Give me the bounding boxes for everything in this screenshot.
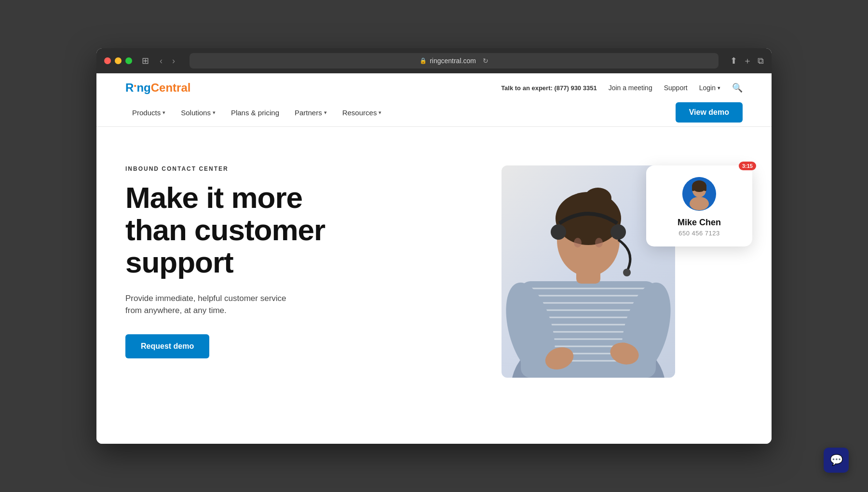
tabs-icon[interactable]: ⧉: [758, 56, 764, 66]
expert-phone[interactable]: (877) 930 3351: [554, 84, 597, 92]
products-chevron-icon: ▾: [163, 109, 165, 116]
nav-partners-label: Partners: [295, 109, 322, 117]
svg-point-25: [623, 269, 631, 276]
new-tab-icon[interactable]: ＋: [743, 55, 752, 67]
header-top-bar: R●ngCentral Talk to an expert: (877) 930…: [125, 73, 743, 100]
svg-rect-30: [692, 186, 694, 191]
nav-resources-label: Resources: [342, 109, 377, 117]
nav-items: Products ▾ Solutions ▾ Plans & pricing P…: [125, 104, 388, 122]
nav-item-solutions[interactable]: Solutions ▾: [174, 104, 222, 122]
login-dropdown[interactable]: Login ▾: [699, 84, 720, 92]
nav-bar: Products ▾ Solutions ▾ Plans & pricing P…: [125, 100, 743, 126]
hero-title-line3: support: [125, 246, 233, 279]
logo-ring: R: [125, 81, 134, 94]
svg-rect-31: [704, 186, 706, 191]
svg-point-22: [595, 238, 603, 247]
join-meeting-link[interactable]: Join a meeting: [609, 84, 652, 92]
caller-avatar: [682, 177, 716, 211]
svg-point-21: [574, 238, 582, 247]
hero-section: INBOUND CONTACT CENTER Make it more than…: [96, 127, 772, 397]
support-link[interactable]: Support: [664, 84, 688, 92]
expert-label: Talk to an expert:: [501, 84, 553, 92]
svg-point-24: [610, 224, 626, 240]
fullscreen-button[interactable]: [125, 57, 132, 64]
nav-item-products[interactable]: Products ▾: [125, 104, 172, 122]
svg-point-23: [551, 224, 566, 240]
lock-icon: 🔒: [420, 57, 427, 64]
reload-icon[interactable]: ↻: [483, 57, 488, 65]
chat-icon: 💬: [830, 454, 843, 466]
hero-title-line2: than customer: [125, 213, 325, 246]
svg-point-28: [690, 197, 709, 210]
browser-window: ⊞ ‹ › 🔒 ringcentral.com ↻ ⬆ ＋ ⧉ R●: [96, 48, 772, 444]
website-content: R●ngCentral Talk to an expert: (877) 930…: [96, 73, 772, 444]
header-right: Talk to an expert: (877) 930 3351 Join a…: [501, 82, 743, 93]
logo-central: Central: [151, 81, 191, 94]
caller-name: Mike Chen: [678, 218, 721, 228]
hero-subtitle-line2: from anywhere, at any time.: [125, 306, 227, 315]
browser-nav: ‹ ›: [157, 54, 178, 68]
chat-support-button[interactable]: 💬: [824, 448, 849, 473]
call-card: 3:15: [646, 165, 752, 246]
solutions-chevron-icon: ▾: [213, 109, 216, 116]
resources-chevron-icon: ▾: [379, 109, 381, 116]
logo-text: R●ngCentral: [125, 81, 190, 95]
logo[interactable]: R●ngCentral: [125, 81, 190, 95]
search-icon[interactable]: 🔍: [732, 82, 743, 93]
close-button[interactable]: [104, 57, 111, 64]
nav-plans-label: Plans & pricing: [231, 109, 279, 117]
hero-title: Make it more than customer support: [125, 182, 434, 279]
browser-actions: ⬆ ＋ ⧉: [730, 55, 764, 67]
site-header: R●ngCentral Talk to an expert: (877) 930…: [96, 73, 772, 127]
hero-content: INBOUND CONTACT CENTER Make it more than…: [125, 156, 434, 378]
svg-point-20: [584, 188, 611, 209]
partners-chevron-icon: ▾: [324, 109, 327, 116]
hero-subtitle-line1: Provide immediate, helpful customer serv…: [125, 294, 286, 303]
hero-eyebrow: INBOUND CONTACT CENTER: [125, 165, 434, 172]
caller-phone: 650 456 7123: [678, 230, 720, 237]
nav-solutions-label: Solutions: [181, 109, 211, 117]
share-icon[interactable]: ⬆: [730, 55, 737, 66]
login-chevron-icon: ▾: [718, 85, 720, 91]
traffic-lights: [104, 57, 132, 64]
nav-item-resources[interactable]: Resources ▾: [336, 104, 389, 122]
nav-item-plans[interactable]: Plans & pricing: [224, 104, 286, 122]
address-bar[interactable]: 🔒 ringcentral.com ↻: [190, 53, 719, 68]
view-demo-button[interactable]: View demo: [676, 102, 743, 123]
login-label: Login: [699, 84, 716, 92]
hero-title-line1: Make it more: [125, 181, 302, 214]
back-button[interactable]: ‹: [157, 54, 165, 68]
forward-button[interactable]: ›: [169, 54, 178, 68]
minimize-button[interactable]: [115, 57, 122, 64]
call-timer-badge: 3:15: [739, 162, 756, 170]
sidebar-toggle-icon[interactable]: ⊞: [142, 55, 149, 66]
browser-titlebar: ⊞ ‹ › 🔒 ringcentral.com ↻ ⬆ ＋ ⧉: [96, 48, 772, 73]
request-demo-button[interactable]: Request demo: [125, 334, 209, 358]
logo-ring2: ng: [136, 81, 150, 94]
expert-contact: Talk to an expert: (877) 930 3351: [501, 84, 597, 92]
avatar-illustration: [682, 177, 716, 211]
hero-subtitle: Provide immediate, helpful customer serv…: [125, 292, 347, 317]
nav-products-label: Products: [132, 109, 161, 117]
nav-item-partners[interactable]: Partners ▾: [288, 104, 334, 122]
url-text: ringcentral.com: [430, 57, 476, 65]
hero-image-area: 3:15: [434, 156, 743, 378]
